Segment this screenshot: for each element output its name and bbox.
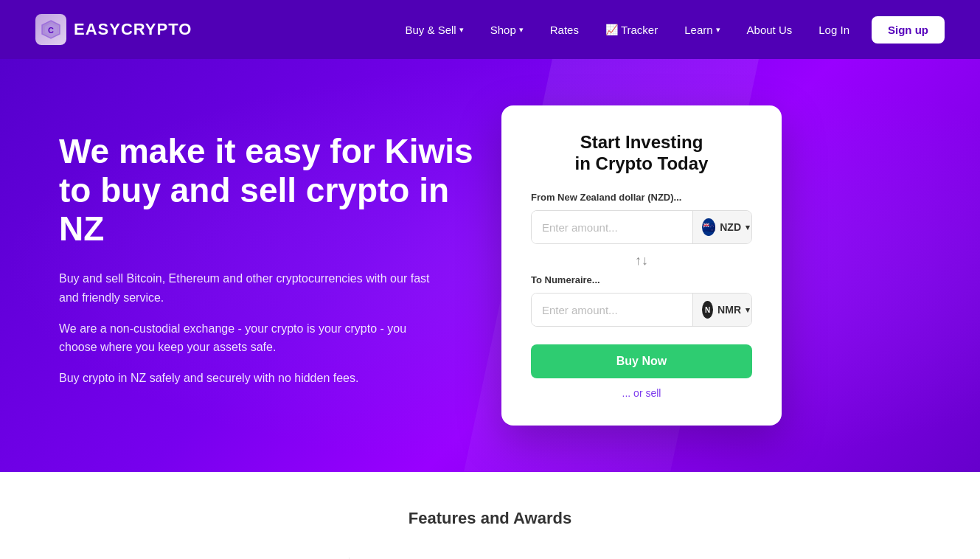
to-currency-select[interactable]: N NMR ▾ [692,294,752,326]
to-input-row: N NMR ▾ [531,293,752,327]
hero-body-3: Buy crypto in NZ safely and securely wit… [59,369,442,388]
chevron-down-icon: ▾ [459,25,464,35]
buy-sell-nav[interactable]: Buy & Sell ▾ [395,18,473,42]
hero-section: We make it easy for Kiwis to buy and sel… [0,59,980,472]
svg-text:C: C [48,26,54,35]
chevron-down-icon: ▾ [519,25,524,35]
chart-icon: 📈 [605,24,618,35]
logo-icon: C [35,14,66,45]
chevron-down-icon: ▾ [746,223,750,232]
signup-button[interactable]: Sign up [872,16,945,44]
chevron-down-icon: ▾ [716,25,720,35]
to-label: To Numeraire... [531,274,752,285]
learn-nav[interactable]: Learn ▾ [674,18,730,42]
from-label: From New Zealand dollar (NZD)... [531,192,752,203]
or-sell-link[interactable]: ... or sell [531,387,752,399]
from-currency-select[interactable]: 🇳🇿 NZD ▾ [692,211,752,243]
chevron-down-icon: ▾ [746,305,750,315]
navbar: C EASYCRYPTO Buy & Sell ▾ Shop ▾ Rates 📈… [0,0,980,59]
to-amount-input[interactable] [532,294,692,326]
login-button[interactable]: Log In [808,18,860,42]
nzd-flag-icon: 🇳🇿 [702,218,715,236]
hero-content: We make it easy for Kiwis to buy and sel… [59,132,501,400]
hero-body-1: Buy and sell Bitcoin, Ethereum and other… [59,269,442,307]
from-input-row: 🇳🇿 NZD ▾ [531,210,752,244]
rates-nav[interactable]: Rates [540,18,589,42]
nmr-icon: N [702,301,713,319]
about-nav[interactable]: About Us [737,18,803,42]
nav-links: Buy & Sell ▾ Shop ▾ Rates 📈 Tracker Lear… [395,16,945,44]
card-title: Start Investing in Crypto Today [531,132,752,175]
tracker-nav[interactable]: 📈 Tracker [595,18,668,42]
swap-direction-button[interactable]: ↑↓ [531,247,752,274]
hero-title: We make it easy for Kiwis to buy and sel… [59,132,501,249]
from-amount-input[interactable] [532,211,692,243]
hero-body-2: We are a non-custodial exchange - your c… [59,319,442,357]
features-section: Features and Awards stuff ℍ nzherald.co.… [0,472,980,559]
logo-text: EASYCRYPTO [74,20,192,39]
shop-nav[interactable]: Shop ▾ [480,18,534,42]
investment-card: Start Investing in Crypto Today From New… [501,105,782,426]
features-title: Features and Awards [44,509,936,528]
logo-link[interactable]: C EASYCRYPTO [35,14,192,45]
buy-now-button[interactable]: Buy Now [531,344,752,378]
